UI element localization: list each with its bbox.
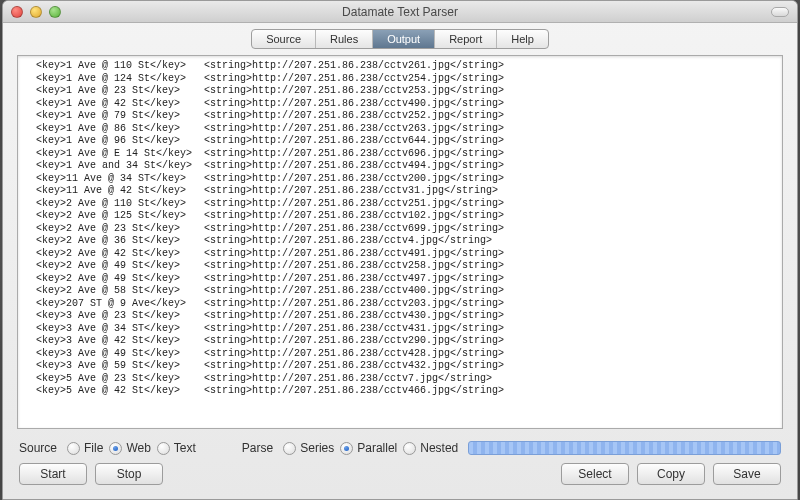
radio-label: Nested [420, 441, 458, 455]
output-panel[interactable]: <key>1 Ave @ 110 St</key> <string>http:/… [17, 55, 783, 429]
radio-dot-icon [67, 442, 80, 455]
source-radio-text[interactable]: Text [157, 441, 196, 455]
parse-radio-group: SeriesParallelNested [283, 441, 458, 455]
radio-dot-icon [157, 442, 170, 455]
parse-radio-nested[interactable]: Nested [403, 441, 458, 455]
parse-label: Parse [242, 441, 273, 455]
tab-bar: SourceRulesOutputReportHelp [3, 23, 797, 53]
window-controls [3, 6, 61, 18]
source-radio-web[interactable]: Web [109, 441, 150, 455]
radio-dot-icon [109, 442, 122, 455]
app-window: Datamate Text Parser SourceRulesOutputRe… [2, 0, 798, 500]
stop-button[interactable]: Stop [95, 463, 163, 485]
radio-label: Series [300, 441, 334, 455]
start-button[interactable]: Start [19, 463, 87, 485]
progress-bar [468, 441, 781, 455]
radio-dot-icon [403, 442, 416, 455]
controls-area: Source FileWebText Parse SeriesParallelN… [3, 435, 797, 499]
tab-rules[interactable]: Rules [316, 30, 373, 48]
radio-dot-icon [283, 442, 296, 455]
source-label: Source [19, 441, 57, 455]
minimize-icon[interactable] [30, 6, 42, 18]
copy-button[interactable]: Copy [637, 463, 705, 485]
tab-report[interactable]: Report [435, 30, 497, 48]
radio-dot-icon [340, 442, 353, 455]
close-icon[interactable] [11, 6, 23, 18]
tab-help[interactable]: Help [497, 30, 548, 48]
radio-label: Text [174, 441, 196, 455]
save-button[interactable]: Save [713, 463, 781, 485]
titlebar: Datamate Text Parser [3, 1, 797, 23]
radio-label: Web [126, 441, 150, 455]
radio-label: File [84, 441, 103, 455]
source-radio-file[interactable]: File [67, 441, 103, 455]
radio-label: Parallel [357, 441, 397, 455]
source-radio-group: FileWebText [67, 441, 196, 455]
tab-output[interactable]: Output [373, 30, 435, 48]
select-button[interactable]: Select [561, 463, 629, 485]
parse-radio-parallel[interactable]: Parallel [340, 441, 397, 455]
fullscreen-pill-icon[interactable] [771, 7, 789, 17]
zoom-icon[interactable] [49, 6, 61, 18]
window-title: Datamate Text Parser [3, 5, 797, 19]
tab-source[interactable]: Source [252, 30, 316, 48]
parse-radio-series[interactable]: Series [283, 441, 334, 455]
output-text: <key>1 Ave @ 110 St</key> <string>http:/… [24, 60, 776, 398]
